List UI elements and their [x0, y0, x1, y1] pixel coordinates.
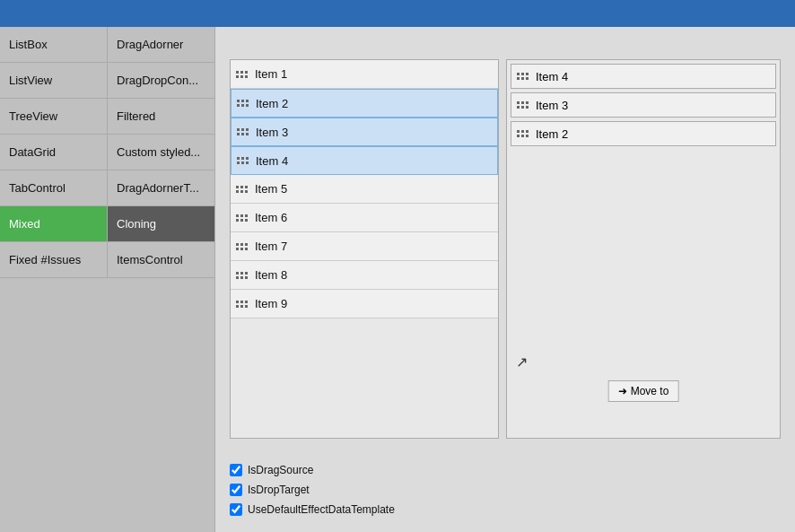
- cursor-indicator: ↗: [516, 353, 528, 371]
- item-label: Item 7: [255, 240, 287, 253]
- item-label: Item 8: [255, 268, 287, 282]
- sidebar-row: ListBoxDragAdorner: [0, 27, 214, 63]
- list-item[interactable]: Item 2: [231, 89, 498, 118]
- item-label: Item 9: [255, 297, 287, 310]
- list-item[interactable]: Item 8: [231, 261, 498, 290]
- sidebar-cell-right[interactable]: Filtered: [108, 99, 214, 134]
- item-label: Item 2: [536, 127, 568, 141]
- item-label: Item 1: [255, 67, 287, 81]
- app-body: ListBoxDragAdornerListViewDragDropCon...…: [0, 27, 795, 532]
- sidebar-cell-right[interactable]: DragAdorner: [108, 27, 214, 62]
- checkbox-row: IsDragSource: [230, 460, 781, 480]
- sidebar-cell-right[interactable]: Cloning: [108, 206, 214, 241]
- sidebar: ListBoxDragAdornerListViewDragDropCon...…: [0, 27, 215, 532]
- drag-handle-icon: [517, 130, 529, 137]
- list-item[interactable]: Item 3: [231, 118, 498, 146]
- drag-handle-icon: [236, 272, 248, 279]
- sidebar-cell-left[interactable]: TreeView: [0, 99, 108, 134]
- sidebar-row: Fixed #IssuesItemsControl: [0, 242, 214, 278]
- right-list-item[interactable]: Item 3: [511, 92, 776, 118]
- checkbox-row: IsDropTarget: [230, 480, 781, 500]
- item-label: Item 4: [536, 70, 568, 83]
- drag-handle-icon: [237, 128, 249, 135]
- item-label: Item 4: [256, 154, 288, 168]
- checkbox-label-cb1: IsDragSource: [248, 464, 313, 476]
- sidebar-cell-right[interactable]: DragAdornerT...: [108, 170, 214, 205]
- close-button[interactable]: [763, 4, 786, 22]
- checkbox-label-cb3: UseDefaultEffectDataTemplate: [248, 503, 395, 516]
- drag-handle-icon: [237, 157, 249, 164]
- listbox-area: Item 1Item 2Item 3Item 4Item 5Item 6Item…: [230, 59, 781, 439]
- move-to-label: Move to: [631, 385, 669, 397]
- item-label: Item 6: [255, 211, 287, 224]
- checkbox-row: UseDefaultEffectDataTemplate: [230, 500, 781, 519]
- sidebar-row: DataGridCustom styled...: [0, 135, 214, 170]
- sidebar-cell-left[interactable]: TabControl: [0, 170, 108, 205]
- left-listbox[interactable]: Item 1Item 2Item 3Item 4Item 5Item 6Item…: [230, 59, 499, 439]
- item-label: Item 5: [255, 182, 287, 196]
- maximize-button[interactable]: [736, 4, 759, 22]
- drag-handle-icon: [236, 214, 248, 222]
- list-item[interactable]: Item 7: [231, 232, 498, 261]
- checkbox-cb2[interactable]: [230, 484, 242, 496]
- item-label: Item 3: [256, 126, 288, 139]
- list-item[interactable]: Item 6: [231, 204, 498, 232]
- sidebar-row: MixedCloning: [0, 206, 214, 242]
- checkbox-cb1[interactable]: [230, 464, 242, 476]
- sidebar-row: TabControlDragAdornerT...: [0, 170, 214, 206]
- sidebar-cell-left[interactable]: Fixed #Issues: [0, 242, 108, 277]
- customization-section: IsDragSourceIsDropTargetUseDefaultEffect…: [230, 455, 781, 519]
- drag-handle-icon: [236, 71, 248, 78]
- move-to-button[interactable]: ➜ Move to: [608, 380, 679, 402]
- checkbox-label-cb2: IsDropTarget: [248, 484, 310, 496]
- right-list-item[interactable]: Item 2: [511, 121, 776, 146]
- sidebar-row: TreeViewFiltered: [0, 99, 214, 135]
- drag-handle-icon: [236, 301, 248, 308]
- sidebar-cell-right[interactable]: DragDropCon...: [108, 63, 214, 98]
- sidebar-cell-right[interactable]: Custom styled...: [108, 135, 214, 170]
- sidebar-cell-left[interactable]: ListBox: [0, 27, 108, 62]
- move-to-arrow-icon: ➜: [618, 385, 627, 397]
- list-item[interactable]: Item 4: [231, 146, 498, 175]
- content-area: Item 1Item 2Item 3Item 4Item 5Item 6Item…: [215, 27, 795, 532]
- sidebar-cell-left[interactable]: Mixed: [0, 206, 108, 241]
- sidebar-cell-left[interactable]: DataGrid: [0, 135, 108, 170]
- item-label: Item 3: [536, 99, 568, 112]
- list-item[interactable]: Item 1: [231, 60, 498, 89]
- list-item[interactable]: Item 9: [231, 290, 498, 318]
- drag-handle-icon: [236, 243, 248, 250]
- minimize-button[interactable]: [709, 4, 732, 22]
- title-bar: [0, 0, 795, 27]
- drag-handle-icon: [517, 73, 529, 80]
- sidebar-row: ListViewDragDropCon...: [0, 63, 214, 99]
- title-bar-controls: [709, 4, 786, 22]
- checkbox-cb3[interactable]: [230, 503, 242, 516]
- drag-handle-icon: [517, 101, 529, 109]
- list-item[interactable]: Item 5: [231, 175, 498, 204]
- right-listbox[interactable]: Item 4Item 3Item 2 ↗ ➜ Move to: [506, 59, 781, 439]
- item-label: Item 2: [256, 97, 288, 110]
- drag-handle-icon: [236, 186, 248, 193]
- sidebar-cell-left[interactable]: ListView: [0, 63, 108, 98]
- sidebar-cell-right[interactable]: ItemsControl: [108, 242, 214, 277]
- checkbox-group: IsDragSourceIsDropTargetUseDefaultEffect…: [230, 460, 781, 519]
- drag-handle-icon: [237, 100, 249, 107]
- right-list-item[interactable]: Item 4: [511, 64, 776, 89]
